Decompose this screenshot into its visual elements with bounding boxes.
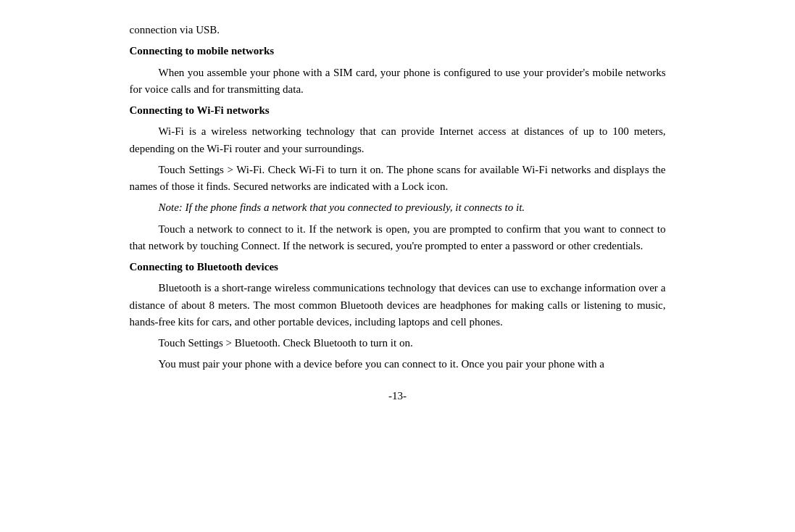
- mobile-networks-heading-para: Connecting to mobile networks: [130, 43, 666, 59]
- mobile-networks-para-1: When you assemble your phone with a SIM …: [130, 65, 666, 99]
- bluetooth-para-3: You must pair your phone with a device b…: [130, 356, 666, 373]
- mobile-networks-heading: Connecting to mobile networks: [130, 45, 275, 57]
- bluetooth-para-2: Touch Settings > Bluetooth. Check Blueto…: [130, 335, 666, 352]
- wifi-para-1: Wi-Fi is a wireless networking technolog…: [130, 123, 666, 157]
- section-wifi-networks: Connecting to Wi-Fi networks Wi-Fi is a …: [130, 102, 666, 254]
- bluetooth-para-1: Bluetooth is a short-range wireless comm…: [130, 280, 666, 331]
- wifi-networks-heading-para: Connecting to Wi-Fi networks: [130, 102, 666, 119]
- section-mobile-networks: Connecting to mobile networks When you a…: [130, 43, 666, 98]
- wifi-note: Note: If the phone finds a network that …: [130, 199, 666, 216]
- intro-text: connection via USB.: [130, 22, 666, 38]
- bluetooth-heading: Connecting to Bluetooth devices: [130, 261, 278, 273]
- wifi-networks-heading: Connecting to Wi-Fi networks: [130, 104, 270, 116]
- wifi-para-2: Touch Settings > Wi-Fi. Check Wi-Fi to t…: [130, 162, 666, 196]
- page-container: connection via USB. Connecting to mobile…: [86, 0, 709, 433]
- bluetooth-heading-para: Connecting to Bluetooth devices: [130, 259, 666, 275]
- wifi-para-3: Touch a network to connect to it. If the…: [130, 221, 666, 255]
- page-number: -13-: [130, 388, 666, 404]
- section-bluetooth-devices: Connecting to Bluetooth devices Bluetoot…: [130, 259, 666, 373]
